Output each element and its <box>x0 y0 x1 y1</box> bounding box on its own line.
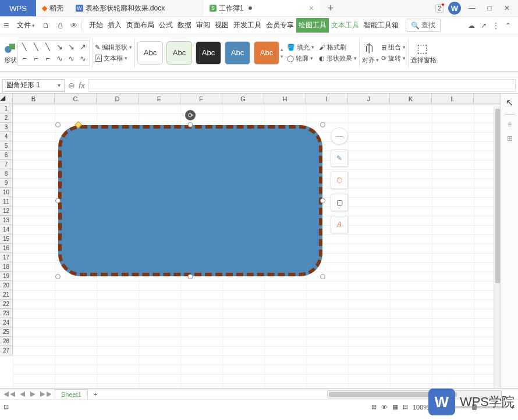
style-swatch-2[interactable]: Abc <box>166 41 192 65</box>
col-header[interactable]: I <box>306 94 348 104</box>
file-menu[interactable]: 文件 ▾ <box>13 20 38 30</box>
row-header[interactable]: 11 <box>0 197 12 207</box>
col-header[interactable]: D <box>97 94 139 104</box>
row-header[interactable]: 25 <box>0 328 12 337</box>
gallery-up-icon[interactable]: ▴ <box>281 47 283 52</box>
tab-formula[interactable]: 公式 <box>157 18 175 33</box>
select-all-corner[interactable]: ◢ <box>0 94 13 104</box>
align-button[interactable]: ⫛ 对齐▾ <box>362 41 379 65</box>
rotate-button[interactable]: ⟳ 旋转 ▾ <box>381 54 406 63</box>
sheet-tab-active[interactable]: Sheet1 <box>55 389 88 399</box>
tab-layout[interactable]: 页面布局 <box>124 18 157 33</box>
resize-handle-w[interactable] <box>55 198 61 204</box>
line-icon[interactable]: ╲ <box>31 42 41 52</box>
style-swatch-1[interactable]: Abc <box>137 41 163 65</box>
row-header[interactable]: 7 <box>0 160 12 169</box>
minimize-button[interactable]: — <box>466 2 478 15</box>
tab-document[interactable]: W 表格形状轮廓和效果.docx <box>70 0 204 16</box>
row-header[interactable]: 24 <box>0 318 12 328</box>
col-header[interactable]: C <box>55 94 97 104</box>
style-swatch-4[interactable]: Abc <box>225 41 250 65</box>
close-button[interactable]: ✕ <box>501 2 513 15</box>
row-header[interactable]: 17 <box>0 253 12 262</box>
col-header[interactable]: F <box>180 94 222 104</box>
tab-docer[interactable]: ◆ 稻壳 <box>36 0 70 16</box>
row-header[interactable]: 13 <box>0 216 12 225</box>
app-tab-wps[interactable]: WPS <box>0 0 36 16</box>
cursor-icon[interactable]: ↖ <box>506 97 513 108</box>
save-icon[interactable]: 🗋 <box>40 19 52 32</box>
col-header[interactable]: G <box>222 94 264 104</box>
row-header[interactable]: 6 <box>0 151 12 160</box>
outline-tool-button[interactable]: ▢ <box>331 194 348 211</box>
cancel-icon[interactable]: ⊜ <box>68 81 75 90</box>
record-macro-icon[interactable]: ⊡ <box>3 403 9 411</box>
close-icon[interactable]: × <box>309 3 314 13</box>
row-header[interactable]: 1 <box>0 104 12 113</box>
tab-dev[interactable]: 开发工具 <box>231 18 264 33</box>
curve-icon[interactable]: ∿ <box>77 54 88 64</box>
col-header[interactable]: E <box>139 94 180 104</box>
resize-handle-ne[interactable] <box>320 122 325 127</box>
gallery-down-icon[interactable]: ▾ <box>281 54 283 59</box>
sheet-grid[interactable]: ◢ B C D E F G H I J K L 1234567891011121… <box>0 94 501 388</box>
fill-tool-button[interactable]: ⬡ <box>331 172 348 189</box>
preview-icon[interactable]: 👁 <box>68 19 80 32</box>
row-header[interactable]: 3 <box>0 123 12 132</box>
tab-workbook[interactable]: S 工作簿1 × <box>204 0 320 16</box>
prev-sheet-icon[interactable]: ⯇ <box>20 391 26 398</box>
cloud-icon[interactable]: ☁ <box>468 22 475 30</box>
row-header[interactable]: 10 <box>0 188 12 197</box>
eyedropper-button[interactable]: ✎ <box>331 150 348 167</box>
collapse-toolbar-button[interactable]: — <box>331 127 348 145</box>
style-swatch-5[interactable]: Abc <box>254 41 279 65</box>
fx-icon[interactable]: fx <box>79 81 85 90</box>
tab-data[interactable]: 数据 <box>175 18 194 33</box>
connector-icon[interactable]: ⌐ <box>42 54 53 64</box>
col-header[interactable]: L <box>432 94 474 104</box>
tab-review[interactable]: 审阅 <box>194 18 212 33</box>
row-header[interactable]: 15 <box>0 234 12 244</box>
line-icon[interactable]: ╲ <box>19 42 30 52</box>
row-header[interactable]: 19 <box>0 272 12 281</box>
shape-selection[interactable]: ⟳ <box>58 125 322 276</box>
scrollbar-thumb[interactable] <box>495 109 500 283</box>
col-header[interactable]: K <box>390 94 432 104</box>
format-painter-button[interactable]: 🖌 格式刷 <box>319 43 357 52</box>
col-header[interactable]: B <box>13 94 55 104</box>
selection-pane-button[interactable]: ⬚ 选择窗格 <box>411 41 437 65</box>
view-layout-icon[interactable]: ⊟ <box>403 403 408 411</box>
row-header[interactable]: 14 <box>0 225 12 234</box>
view-eye-icon[interactable]: 👁 <box>381 404 388 411</box>
resize-handle-e[interactable] <box>320 198 325 204</box>
shape-effect-button[interactable]: ◐ 形状效果 ▾ <box>319 54 357 63</box>
zoom-value[interactable]: 100% <box>413 404 429 411</box>
add-tab-button[interactable]: + <box>320 0 341 16</box>
collapse-ribbon-icon[interactable]: ⌃ <box>505 22 511 30</box>
next-sheet-icon[interactable]: ⯈ <box>30 391 36 398</box>
view-normal-icon[interactable]: ⊞ <box>371 403 377 411</box>
row-header[interactable]: 21 <box>0 290 12 300</box>
add-sheet-button[interactable]: + <box>90 390 101 399</box>
more-icon[interactable]: ⋮ <box>492 22 499 30</box>
print-icon[interactable]: ⎙ <box>54 19 66 32</box>
resize-handle-se[interactable] <box>320 274 325 279</box>
name-box[interactable]: 圆角矩形 1 ▾ <box>2 79 65 92</box>
col-header[interactable]: J <box>348 94 390 104</box>
text-tool-button[interactable]: A <box>331 216 348 233</box>
arrow-icon[interactable]: ↘ <box>54 42 65 52</box>
hamburger-icon[interactable]: ≡ <box>3 20 9 31</box>
outline-button[interactable]: ◯ 轮廓 ▾ <box>287 54 314 63</box>
connector-icon[interactable]: ⌐ <box>31 54 41 64</box>
tab-home[interactable]: 开始 <box>87 18 105 33</box>
row-header[interactable]: 9 <box>0 179 12 188</box>
last-sheet-icon[interactable]: ⯈⯈ <box>40 391 52 398</box>
text-box-button[interactable]: A 文本框 ▾ <box>95 54 132 63</box>
tab-member[interactable]: 会员专享 <box>264 18 296 33</box>
col-header[interactable]: H <box>264 94 306 104</box>
tab-text-tools[interactable]: 文本工具 <box>329 18 361 33</box>
row-header[interactable]: 12 <box>0 207 12 216</box>
formula-input[interactable] <box>88 79 516 92</box>
style-swatch-3[interactable]: Abc <box>196 41 221 65</box>
row-header[interactable]: 22 <box>0 300 12 309</box>
